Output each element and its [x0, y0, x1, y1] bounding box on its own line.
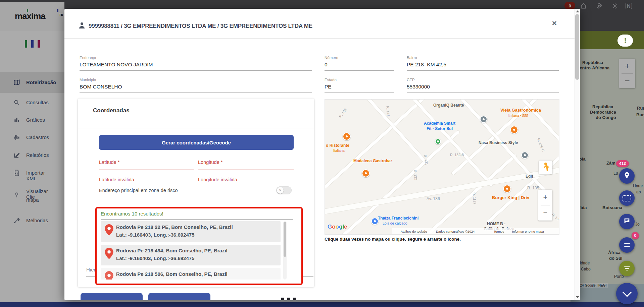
scroll-up-arrow[interactable]	[576, 10, 579, 12]
chevron-down-icon	[623, 288, 632, 297]
field-underline	[407, 70, 559, 71]
modal-scrollbar-thumb[interactable]	[575, 14, 579, 80]
result-coords: Lat.: -9.160403, Long.:-36.692475	[116, 255, 194, 261]
poi-label: Loja de calçado	[383, 221, 407, 225]
latitude-error: Latitude inválida	[99, 177, 134, 182]
cropped-content-dot	[287, 298, 290, 300]
google-logo: Google	[328, 224, 347, 230]
results-count-header: Encontramos 10 resultados!	[101, 211, 163, 217]
poi-label: Edif	[526, 174, 533, 179]
map-zoom-control[interactable]: + −	[538, 190, 552, 221]
fab-location-alert[interactable]	[619, 168, 635, 184]
chat-bubble-icon	[623, 217, 631, 226]
restaurant-marker[interactable]	[510, 126, 518, 134]
poi-marker[interactable]	[435, 138, 441, 144]
cropped-content-dot	[281, 298, 284, 300]
scroll-down-arrow[interactable]	[576, 296, 579, 298]
results-scrollbar-thumb[interactable]	[284, 222, 286, 257]
poi-label: Academia Smart	[424, 121, 455, 126]
poi-label: HOME B -	[487, 222, 505, 226]
cep-field[interactable]: 55330000	[407, 84, 430, 90]
result-item[interactable]: Rodovia Pe 218 22 PE, Bom Conselho, PE, …	[101, 221, 281, 242]
road-label: R. 135	[527, 186, 539, 190]
road-label: R. 1137	[472, 192, 477, 205]
fab-chat[interactable]	[619, 214, 635, 229]
zoom-out-button[interactable]: −	[543, 205, 548, 221]
latitude-label: Latitude *	[99, 160, 119, 165]
road-label: R. 148	[386, 106, 391, 117]
close-icon[interactable]: ✕	[552, 19, 557, 27]
bairro-field[interactable]: PE 218- KM 42,5	[407, 62, 446, 68]
risk-zone-toggle[interactable]: ✕	[276, 186, 292, 194]
municipio-label: Município	[80, 78, 96, 82]
poi-label: OrganiQ Beauté	[433, 103, 464, 108]
restaurant-marker[interactable]	[343, 132, 351, 140]
secondary-action-button[interactable]	[148, 293, 210, 300]
result-coords: Lat.: -9.160403, Long.:-36.692475	[116, 232, 194, 238]
result-address: Rodovia Pe 218 22 PE, Bom Conselho, PE, …	[116, 224, 233, 230]
bairro-label: Bairro	[407, 56, 417, 60]
poi-label: Madalena Gastrobar	[353, 159, 392, 163]
count-badge-0: 0	[632, 232, 639, 239]
cep-label: CEP	[407, 78, 415, 82]
fab-select-area[interactable]	[619, 190, 635, 206]
pin-alert-icon	[623, 172, 631, 180]
map-pin-icon	[105, 224, 113, 236]
pegman-icon	[542, 162, 549, 172]
dashed-rectangle-icon	[623, 195, 631, 201]
poi-marker[interactable]	[521, 151, 529, 159]
estado-field[interactable]: PE	[325, 84, 332, 90]
fab-list[interactable]	[619, 237, 635, 253]
map-pin-icon	[105, 248, 113, 259]
longitude-input[interactable]	[198, 170, 294, 170]
list-icon	[624, 242, 630, 248]
road-label: Av. 136	[427, 196, 440, 201]
geocode-button[interactable]: Gerar coordenadas/Geocode	[99, 135, 294, 150]
geocode-results-panel: Encontramos 10 resultados! Rodovia Pe 21…	[95, 207, 303, 285]
keyboard-shortcuts-link[interactable]: Atalhos do teclado	[401, 230, 427, 233]
field-underline	[80, 70, 312, 71]
restaurant-marker[interactable]	[362, 169, 370, 177]
save-button[interactable]	[81, 293, 143, 300]
result-item[interactable]: Rodovia Pe 218 494, Bom Conselho, PE, Br…	[101, 245, 281, 265]
coordenadas-heading: Coordenadas	[93, 107, 130, 114]
numero-field[interactable]: 0	[325, 62, 328, 68]
poi-label: Italiana	[333, 148, 345, 152]
filter-icon	[624, 265, 630, 271]
report-error-link[interactable]: Informar erro no mapa	[512, 230, 544, 233]
client-detail-modal: 9999988811 / 3G EMPREENDIMENTOS LTDA ME …	[64, 9, 580, 300]
poi-label: Burger King | Driv	[492, 195, 529, 200]
poi-marker[interactable]	[480, 116, 487, 123]
map-pin-icon	[105, 271, 113, 280]
municipio-field[interactable]: BOM CONSELHO	[80, 84, 122, 90]
restaurant-marker[interactable]	[503, 185, 511, 193]
poi-label: Italiana • $$$	[508, 114, 528, 118]
longitude-error: Longitude inválida	[198, 177, 237, 182]
fab-filter[interactable]	[619, 261, 635, 276]
coordenadas-card: Coordenadas Gerar coordenadas/Geocode La…	[78, 99, 314, 287]
terms-link[interactable]: Termos	[494, 230, 504, 233]
poi-label: o Ristorante	[326, 143, 349, 148]
road-label: R. 132-B	[450, 153, 464, 157]
fab-collapse[interactable]	[616, 283, 638, 304]
geocode-map[interactable]: OrganiQ Beauté Viela Gastronômica Italia…	[325, 99, 559, 235]
toggle-knob: ✕	[277, 187, 284, 194]
estado-label: Estado	[325, 78, 337, 82]
endereco-label: Endereço	[80, 56, 96, 60]
alert-button[interactable]: !	[617, 35, 633, 47]
latitude-input[interactable]	[99, 170, 194, 170]
pegman-control[interactable]	[539, 161, 552, 174]
count-badge-413: 413	[616, 160, 629, 167]
endereco-field[interactable]: LOTEAMENTO NOVO JARDIM	[80, 62, 153, 68]
road-label: R. 139	[338, 108, 348, 118]
poi-label: Nasa Business Style	[479, 140, 518, 145]
poi-label: Fit - Setor Sul	[427, 126, 453, 131]
zoom-in-button[interactable]: +	[543, 190, 548, 205]
field-underline	[325, 70, 394, 71]
road-label: R. 136-C	[537, 137, 546, 152]
result-item[interactable]: Rodovia Pe 218 506, Bom Conselho, PE, Br…	[101, 268, 281, 280]
store-marker[interactable]	[371, 218, 379, 225]
map-hint-text: Clique duas vezes no mapa ou clique, seg…	[325, 237, 461, 242]
results-list[interactable]: Rodovia Pe 218 22 PE, Bom Conselho, PE, …	[101, 221, 289, 280]
poi-label: Thaíza Franciscichini	[378, 216, 418, 221]
